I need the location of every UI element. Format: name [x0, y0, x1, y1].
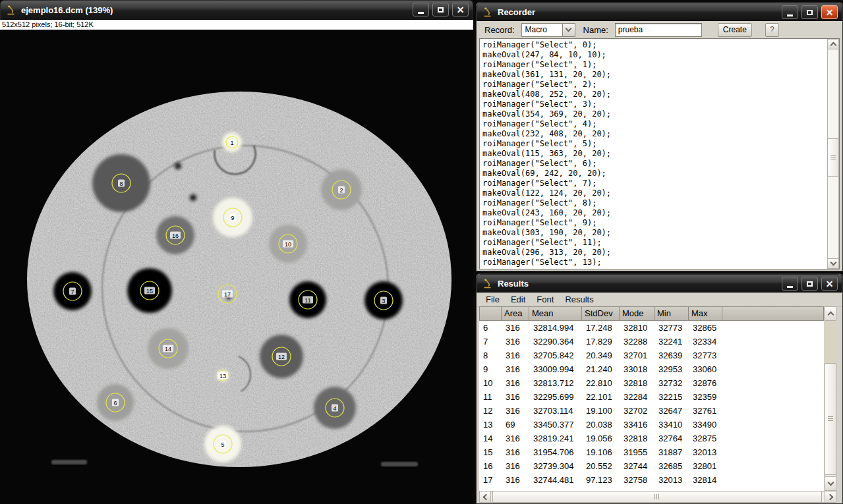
table-cell: 31955	[620, 445, 654, 459]
table-cell: 13	[479, 418, 502, 432]
chevron-down-icon[interactable]	[562, 24, 575, 36]
table-cell: 32953	[654, 362, 689, 376]
scrollbar-thumb[interactable]	[825, 363, 836, 475]
scrollbar-thumb[interactable]	[492, 491, 822, 503]
table-cell: 20.038	[582, 418, 620, 432]
table-row[interactable]: 1631632739.30420.552327443268532801	[479, 459, 824, 473]
scroll-left-button[interactable]	[479, 491, 491, 503]
table-cell: 316	[502, 362, 529, 376]
table-row[interactable]: 1431632819.24119.056328183276432875	[479, 432, 824, 445]
table-cell	[722, 321, 824, 335]
scroll-down-button[interactable]	[827, 258, 839, 269]
svg-text:3: 3	[382, 298, 385, 304]
table-cell: 22.101	[582, 390, 620, 404]
results-titlebar[interactable]: Results ✕	[477, 274, 842, 293]
recorder-window: Recorder ✕ Record: Macro Name: Create ? …	[476, 2, 843, 271]
help-button[interactable]: ?	[765, 23, 779, 37]
column-header-Area: Area	[502, 306, 529, 321]
table-cell	[722, 473, 824, 487]
macro-text-area[interactable]: roiManager("Select", 0); makeOval(247, 8…	[479, 38, 840, 269]
grip-icon	[830, 155, 836, 160]
image-window: ejemplo16.dcm (139%) ✕ 512x512 pixels; 1…	[0, 0, 473, 504]
table-row[interactable]: 1231632703.11419.100327023264732761	[479, 404, 824, 418]
recorder-close-button[interactable]: ✕	[821, 5, 838, 19]
image-close-button[interactable]: ✕	[452, 3, 469, 16]
image-minimize-button[interactable]	[413, 3, 429, 16]
close-icon: ✕	[457, 5, 465, 14]
scroll-up-button[interactable]	[827, 39, 839, 49]
chevron-down-icon	[827, 480, 834, 486]
imagej-icon	[482, 7, 492, 17]
close-icon: ✕	[826, 8, 834, 17]
scroll-down-button[interactable]	[825, 476, 836, 491]
recorder-titlebar[interactable]: Recorder ✕	[477, 3, 842, 21]
menu-edit[interactable]: Edit	[511, 294, 525, 304]
table-cell: 8	[479, 349, 502, 362]
scrollbar-thumb[interactable]	[827, 138, 839, 177]
image-canvas[interactable]: 1829161071517113141213645	[0, 30, 473, 504]
svg-text:13: 13	[219, 373, 226, 379]
table-cell: 32819.241	[529, 432, 582, 445]
results-close-button[interactable]: ✕	[821, 277, 838, 291]
table-cell: 32764	[654, 432, 689, 445]
results-window: Results ✕ File Edit Font Results AreaMea…	[476, 273, 843, 504]
recorder-maximize-button[interactable]	[801, 5, 818, 19]
svg-text:5: 5	[221, 441, 224, 448]
table-row[interactable]: 136933450.37720.038334163341033490	[479, 418, 824, 432]
table-cell: 33009.994	[529, 362, 582, 376]
grip-icon	[654, 494, 660, 499]
table-cell: 14	[479, 432, 502, 445]
table-cell: 9	[479, 362, 502, 376]
table-cell	[722, 390, 824, 404]
table-cell: 32876	[689, 376, 722, 390]
table-cell: 316	[502, 473, 529, 487]
minimize-icon	[787, 14, 793, 16]
table-cell: 31887	[654, 445, 689, 459]
column-header-Mean: Mean	[529, 306, 582, 321]
table-row[interactable]: 831632705.84220.349327013263932773	[479, 349, 824, 362]
scrollbar-track-shaded[interactable]	[825, 321, 836, 363]
table-cell: 32875	[689, 432, 722, 445]
image-window-titlebar[interactable]: ejemplo16.dcm (139%) ✕	[0, 0, 473, 20]
image-maximize-button[interactable]	[432, 3, 449, 16]
column-header-row	[479, 306, 502, 321]
table-row[interactable]: 931633009.99421.240330183295333060	[479, 362, 824, 376]
record-mode-select[interactable]: Macro	[521, 23, 575, 37]
table-cell: 32732	[654, 376, 689, 390]
scroll-up-button[interactable]	[825, 306, 836, 321]
scroll-right-button[interactable]	[825, 491, 836, 503]
menu-font[interactable]: Font	[537, 294, 554, 304]
results-vertical-scrollbar[interactable]	[825, 306, 836, 491]
results-maximize-button[interactable]	[801, 277, 818, 291]
table-cell	[722, 459, 824, 473]
table-row[interactable]: 1131632295.69922.101322843221532359	[479, 390, 824, 404]
table-cell	[722, 349, 824, 362]
column-header-filler	[722, 306, 824, 321]
table-cell: 33060	[689, 362, 722, 376]
recorder-vertical-scrollbar[interactable]	[827, 39, 839, 269]
table-row[interactable]: 1531631954.70619.106319553188732013	[479, 445, 824, 459]
table-row[interactable]: 731632290.36417.829322883224132334	[479, 335, 824, 349]
table-row[interactable]: 1731632744.48197.123327583201332814	[479, 473, 824, 487]
table-cell	[722, 418, 824, 432]
image-info-bar: 512x512 pixels; 16-bit; 512K	[0, 20, 473, 30]
recorder-minimize-button[interactable]	[782, 5, 798, 19]
svg-text:7: 7	[71, 289, 74, 295]
table-row[interactable]: 1031632813.71222.810328183273232876	[479, 376, 824, 390]
menu-results[interactable]: Results	[565, 294, 593, 304]
table-row[interactable]: 631632814.99417.248328103277332865	[479, 321, 824, 335]
table-cell: 32814.994	[529, 321, 582, 335]
table-cell: 19.056	[582, 432, 620, 445]
results-horizontal-scrollbar[interactable]	[479, 491, 836, 503]
results-minimize-button[interactable]	[782, 277, 798, 291]
macro-code[interactable]: roiManager("Select", 0); makeOval(247, 8…	[480, 39, 839, 267]
maximize-icon	[807, 10, 813, 15]
create-button[interactable]: Create	[718, 23, 752, 37]
column-header-Min: Min	[654, 306, 689, 321]
macro-name-input[interactable]	[615, 23, 702, 37]
table-cell: 32284	[620, 390, 654, 404]
table-cell: 32334	[689, 335, 722, 349]
svg-text:15: 15	[146, 288, 153, 294]
menu-file[interactable]: File	[486, 294, 500, 304]
table-cell: 316	[502, 459, 529, 473]
